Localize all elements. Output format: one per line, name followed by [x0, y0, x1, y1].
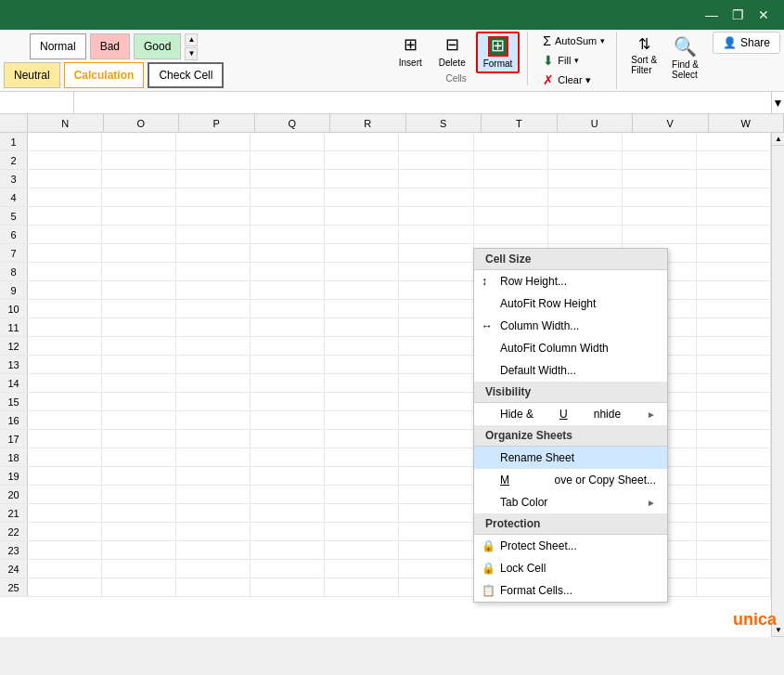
- delete-icon: ⊟: [445, 35, 459, 56]
- col-r[interactable]: R: [330, 114, 406, 132]
- delete-button[interactable]: ⊟ Delete: [432, 32, 472, 73]
- insert-label: Insert: [399, 58, 422, 68]
- grid-cell[interactable]: [102, 133, 176, 150]
- title-bar: — ❐ ✕: [0, 0, 784, 30]
- table-row: 2: [0, 151, 771, 170]
- close-button[interactable]: ✕: [751, 5, 777, 25]
- col-w[interactable]: W: [709, 114, 785, 132]
- grid-cell[interactable]: [251, 133, 325, 150]
- menu-item-default-width[interactable]: Default Width...: [474, 359, 667, 382]
- format-button[interactable]: ⊞ Format: [476, 32, 521, 73]
- menu-section-protection: Protection: [474, 513, 667, 535]
- menu-item-tab-color[interactable]: Tab Color ►: [474, 491, 667, 513]
- tab-color-arrow: ►: [647, 498, 656, 508]
- row-num: 2: [0, 151, 28, 169]
- col-t[interactable]: T: [482, 114, 558, 132]
- sort-icon: ⇅: [638, 35, 650, 53]
- styles-scroll-up[interactable]: ▲: [185, 33, 198, 46]
- col-n[interactable]: N: [28, 114, 104, 132]
- style-bad[interactable]: Bad: [90, 33, 130, 59]
- share-button[interactable]: 👤 Share: [713, 32, 780, 54]
- style-checkcell[interactable]: Check Cell: [148, 62, 224, 88]
- clear-button[interactable]: ✗ Clear ▾: [537, 71, 610, 89]
- ribbon-top: Normal Bad Good ▲ ▼ Neutral Calculation …: [0, 30, 784, 92]
- grid-cell[interactable]: [28, 133, 102, 150]
- style-neutral[interactable]: Neutral: [4, 62, 60, 88]
- grid-cell[interactable]: [176, 133, 251, 150]
- style-normal[interactable]: Normal: [30, 33, 86, 59]
- fill-label: Fill: [558, 55, 571, 66]
- menu-item-column-width[interactable]: ↔ Column Width...: [474, 315, 667, 337]
- grid-cell[interactable]: [399, 133, 473, 150]
- delete-label: Delete: [439, 58, 466, 68]
- autosum-icon: Σ: [543, 33, 551, 48]
- menu-item-hide-unhide[interactable]: Hide & Unhide ►: [474, 403, 667, 425]
- grid-cell[interactable]: [623, 133, 697, 150]
- fill-button[interactable]: ⬇ Fill ▾: [537, 51, 610, 70]
- find-select-button[interactable]: 🔍 Find &Select: [665, 32, 705, 84]
- table-row: 4: [0, 188, 771, 207]
- protect-sheet-icon: 🔒: [482, 539, 495, 552]
- autosum-arrow: ▾: [600, 36, 605, 45]
- share-icon: 👤: [723, 36, 737, 49]
- find-icon: 🔍: [674, 35, 697, 58]
- grid-cell[interactable]: [474, 133, 548, 150]
- menu-item-row-height[interactable]: ↕ Row Height...: [474, 270, 667, 292]
- table-row: 6: [0, 226, 771, 244]
- table-row: 3: [0, 170, 771, 188]
- menu-item-rename-sheet[interactable]: Rename Sheet: [474, 447, 667, 469]
- format-cells-icon: 📋: [482, 584, 495, 597]
- clear-label: Clear ▾: [558, 74, 590, 86]
- fill-arrow: ▾: [574, 56, 579, 65]
- style-good[interactable]: Good: [134, 33, 181, 59]
- scroll-up-button[interactable]: ▲: [772, 133, 784, 146]
- menu-item-lock-cell[interactable]: 🔒 Lock Cell: [474, 557, 667, 579]
- row-num: 1: [0, 133, 28, 150]
- menu-item-move-copy-sheet[interactable]: Move or Copy Sheet...: [474, 469, 667, 491]
- column-width-icon: ↔: [482, 319, 493, 332]
- format-icon: ⊞: [488, 36, 508, 57]
- col-q[interactable]: Q: [255, 114, 331, 132]
- menu-item-format-cells[interactable]: 📋 Format Cells...: [474, 579, 667, 602]
- lock-cell-icon: 🔒: [482, 562, 495, 575]
- style-calculation[interactable]: Calculation: [64, 62, 145, 88]
- menu-section-cell-size: Cell Size: [474, 249, 667, 270]
- formula-bar-dropdown[interactable]: ▼: [771, 92, 784, 114]
- find-label: Find &Select: [672, 59, 699, 80]
- col-o[interactable]: O: [104, 114, 180, 132]
- format-dropdown-menu: Cell Size ↕ Row Height... AutoFit Row He…: [473, 248, 668, 603]
- grid-cell[interactable]: [325, 133, 399, 150]
- column-headers: N O P Q R S T U V W: [0, 114, 784, 133]
- sort-filter-button[interactable]: ⇅ Sort &Filter: [624, 32, 663, 84]
- menu-item-autofit-column[interactable]: AutoFit Column Width: [474, 337, 667, 359]
- menu-item-autofit-row[interactable]: AutoFit Row Height: [474, 292, 667, 315]
- styles-scroll-down[interactable]: ▼: [185, 47, 198, 60]
- autosum-button[interactable]: Σ AutoSum ▾: [537, 32, 610, 50]
- col-p[interactable]: P: [179, 114, 255, 132]
- share-label: Share: [740, 36, 770, 49]
- restore-button[interactable]: ❐: [725, 5, 751, 25]
- menu-section-visibility: Visibility: [474, 382, 667, 403]
- vertical-scrollbar[interactable]: ▲ ▼: [771, 133, 784, 637]
- corner-cell: [0, 114, 28, 132]
- hide-unhide-arrow: ►: [647, 409, 656, 420]
- insert-button[interactable]: ⊞ Insert: [392, 32, 429, 73]
- unica-logo: unica: [733, 610, 777, 630]
- cells-section-label: Cells: [445, 73, 466, 84]
- formula-bar: ▼: [0, 92, 784, 114]
- insert-icon: ⊞: [404, 35, 418, 56]
- menu-section-organize-sheets: Organize Sheets: [474, 425, 667, 447]
- grid-cell[interactable]: [697, 133, 771, 150]
- minimize-button[interactable]: —: [699, 5, 725, 25]
- name-box[interactable]: [0, 92, 74, 113]
- table-row: 1: [0, 133, 771, 151]
- col-v[interactable]: V: [633, 114, 709, 132]
- grid-cell[interactable]: [548, 133, 623, 150]
- col-u[interactable]: U: [558, 114, 634, 132]
- col-s[interactable]: S: [406, 114, 482, 132]
- format-label: Format: [483, 58, 513, 69]
- autosum-label: AutoSum: [555, 35, 597, 46]
- sort-label: Sort &Filter: [631, 55, 657, 75]
- menu-item-protect-sheet[interactable]: 🔒 Protect Sheet...: [474, 535, 667, 557]
- fill-icon: ⬇: [543, 53, 554, 68]
